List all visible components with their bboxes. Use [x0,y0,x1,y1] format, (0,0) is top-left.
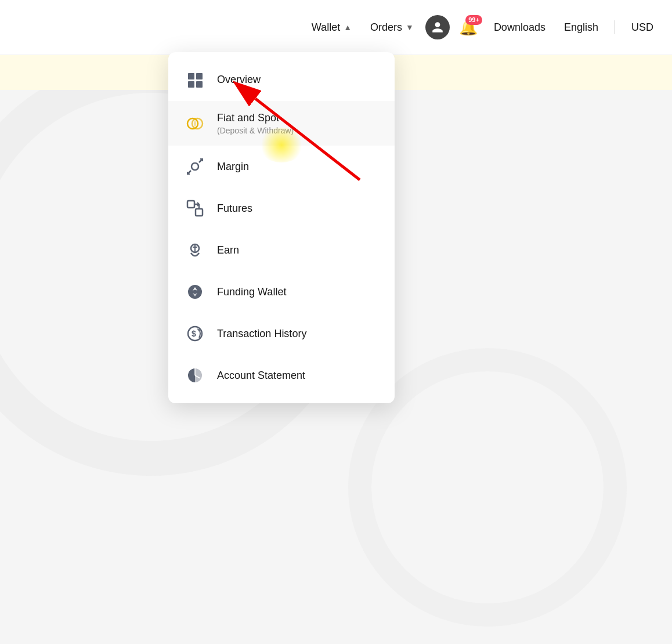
notification-badge: 99+ [465,15,482,25]
earn-label: Earn [217,244,239,257]
menu-item-statement[interactable]: Account Statement [168,354,395,396]
wallet-nav-item[interactable]: Wallet ▲ [305,17,359,38]
english-label: English [564,21,598,34]
funding-icon [185,281,205,302]
overview-label: Overview [217,73,261,86]
downloads-label: Downloads [494,21,545,34]
wallet-label: Wallet [312,21,340,34]
navbar: Wallet ▲ Orders ▼ 🔔 99+ Downloads Englis… [0,0,672,55]
menu-item-fiat-spot[interactable]: Fiat and Spot (Deposit & Withdraw) [168,101,395,146]
svg-text:$: $ [192,329,196,338]
history-label: Transaction History [217,327,306,341]
statement-text: Account Statement [217,369,305,382]
notification-wrapper[interactable]: 🔔 99+ [454,14,482,41]
earn-icon [185,240,205,261]
nav-items: Wallet ▲ Orders ▼ 🔔 99+ Downloads Englis… [305,14,660,41]
orders-nav-item[interactable]: Orders ▼ [363,17,421,38]
user-avatar[interactable] [425,15,450,39]
futures-label: Futures [217,202,252,215]
currency-nav-item[interactable]: USD [624,17,660,38]
language-nav-item[interactable]: English [557,17,605,38]
downloads-nav-item[interactable]: Downloads [487,17,552,38]
funding-label: Funding Wallet [217,285,286,299]
svg-rect-6 [196,209,203,216]
orders-arrow-down-icon: ▼ [406,23,414,32]
fiat-spot-text: Fiat and Spot (Deposit & Withdraw) [217,111,294,135]
statement-icon [185,365,205,386]
funding-text: Funding Wallet [217,285,286,299]
nav-divider [615,20,615,34]
menu-item-funding[interactable]: Funding Wallet [168,271,395,313]
menu-item-overview[interactable]: Overview [168,59,395,101]
history-icon: $ [185,323,205,344]
futures-text: Futures [217,202,252,215]
menu-item-futures[interactable]: Futures [168,187,395,229]
fiat-spot-icon [185,113,205,134]
margin-icon [185,156,205,177]
currency-label: USD [631,21,653,34]
statement-label: Account Statement [217,369,305,382]
history-text: Transaction History [217,327,306,341]
margin-text: Margin [217,160,249,173]
overview-icon [185,70,205,91]
futures-icon [185,198,205,219]
fiat-spot-label: Fiat and Spot [217,111,294,125]
earn-text: Earn [217,244,239,257]
fiat-spot-sublabel: (Deposit & Withdraw) [217,126,294,135]
menu-item-margin[interactable]: Margin [168,146,395,187]
menu-item-earn[interactable]: Earn [168,229,395,271]
svg-point-12 [188,285,202,299]
wallet-arrow-up-icon: ▲ [344,23,352,32]
menu-item-history[interactable]: $ Transaction History [168,313,395,354]
orders-label: Orders [370,21,402,34]
margin-label: Margin [217,160,249,173]
svg-point-2 [192,163,198,170]
svg-rect-5 [187,201,194,208]
overview-text: Overview [217,73,261,86]
wallet-dropdown-menu: Overview Fiat and Spot (Deposit & Withdr… [168,52,395,403]
